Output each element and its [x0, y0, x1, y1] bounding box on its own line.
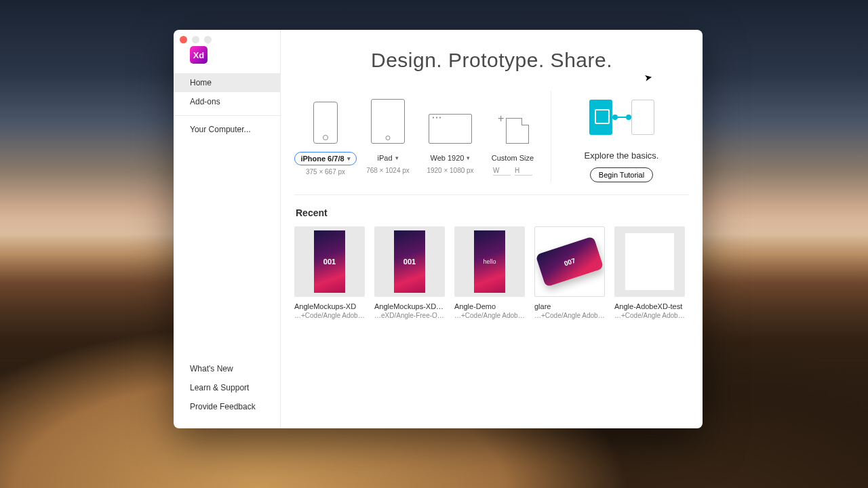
tutorial-title: Explore the basics. — [570, 150, 673, 161]
custom-height-input[interactable]: H — [515, 167, 532, 176]
nav-learn-support[interactable]: Learn & Support — [174, 378, 280, 397]
welcome-window: Xd Home Add-ons Your Computer... What's … — [174, 30, 703, 428]
window-close-button[interactable] — [180, 36, 187, 43]
phone-icon — [313, 102, 338, 144]
recent-name: AngleMockups-XD — [294, 302, 365, 310]
sidebar: Xd Home Add-ons Your Computer... What's … — [174, 30, 281, 428]
chevron-down-icon: ▾ — [347, 155, 351, 162]
window-minimize-button[interactable] — [192, 36, 199, 43]
recent-name: Angle-Demo — [454, 302, 525, 310]
nav-provide-feedback[interactable]: Provide Feedback — [174, 397, 280, 416]
recent-thumbnail: 001 — [374, 226, 445, 297]
preset-web[interactable]: Web 1920 ▾ 1920 × 1080 px — [419, 91, 481, 174]
recent-thumbnail: 001 — [294, 226, 365, 297]
nav-divider — [174, 115, 280, 116]
recent-name: AngleMockups-XD-… — [374, 302, 445, 310]
recent-item[interactable]: 007 glare …+Code/Angle AdobeXD — [534, 226, 605, 319]
begin-tutorial-button[interactable]: Begin Tutorial — [590, 167, 653, 182]
custom-size-icon: + — [496, 111, 529, 144]
recent-thumbnail: hello — [454, 226, 525, 297]
chevron-down-icon: ▾ — [395, 155, 399, 161]
recent-path: …eXD/Angle-Free-Oct15 — [374, 312, 445, 319]
headline: Design. Prototype. Share. — [294, 49, 689, 72]
cursor-icon: ➤ — [644, 71, 654, 83]
window-traffic-lights — [180, 36, 212, 43]
nav-whats-new[interactable]: What's New — [174, 359, 280, 378]
recent-thumbnail — [614, 226, 685, 297]
nav-addons[interactable]: Add-ons — [174, 92, 280, 111]
nav-home[interactable]: Home — [174, 73, 280, 92]
main-panel: Design. Prototype. Share. iPhone 6/7/8 ▾… — [281, 30, 703, 428]
preset-web-dim: 1920 × 1080 px — [427, 167, 473, 174]
recent-item[interactable]: 001 AngleMockups-XD …+Code/Angle AdobeXD — [294, 226, 365, 319]
preset-web-dropdown[interactable]: Web 1920 ▾ — [425, 152, 476, 164]
window-maximize-button[interactable] — [204, 36, 212, 43]
tutorial-card-icon — [589, 100, 612, 135]
preset-custom[interactable]: + Custom Size W H — [481, 91, 544, 176]
recent-item[interactable]: Angle-AdobeXD-test …+Code/Angle AdobeXD — [614, 226, 685, 319]
chevron-down-icon: ▾ — [467, 155, 470, 161]
tutorial-graphic — [570, 94, 673, 141]
tablet-icon — [371, 99, 405, 144]
recent-path: …+Code/Angle AdobeXD — [534, 312, 605, 319]
recent-thumbnail: 007 — [534, 226, 605, 297]
preset-iphone[interactable]: iPhone 6/7/8 ▾ 375 × 667 px — [294, 91, 357, 176]
recent-path: …+Code/Angle AdobeXD — [454, 312, 525, 319]
preset-iphone-dim: 375 × 667 px — [306, 168, 345, 176]
tutorial-section: Explore the basics. Begin Tutorial — [551, 91, 673, 182]
app-logo: Xd — [190, 46, 208, 64]
recent-heading: Recent — [296, 207, 689, 218]
preset-iphone-label: iPhone 6/7/8 — [300, 155, 344, 163]
recent-name: Angle-AdobeXD-test — [614, 302, 685, 310]
preset-custom-label: Custom Size — [486, 152, 539, 164]
nav-your-computer[interactable]: Your Computer... — [174, 120, 280, 139]
recent-name: glare — [534, 302, 605, 310]
preset-ipad-dim: 768 × 1024 px — [366, 167, 410, 174]
plus-icon: + — [498, 113, 504, 125]
custom-width-input[interactable]: W — [493, 167, 511, 176]
recent-item[interactable]: 001 AngleMockups-XD-… …eXD/Angle-Free-Oc… — [374, 226, 445, 319]
recent-path: …+Code/Angle AdobeXD — [294, 312, 365, 319]
preset-ipad[interactable]: iPad ▾ 768 × 1024 px — [357, 91, 419, 174]
artboard-presets-row: iPhone 6/7/8 ▾ 375 × 667 px iPad ▾ 768 ×… — [294, 91, 689, 195]
recent-path: …+Code/Angle AdobeXD — [614, 312, 685, 319]
preset-ipad-label: iPad — [377, 154, 392, 162]
recent-item[interactable]: hello Angle-Demo …+Code/Angle AdobeXD — [454, 226, 525, 319]
preset-ipad-dropdown[interactable]: iPad ▾ — [372, 152, 403, 164]
recent-files-row: 001 AngleMockups-XD …+Code/Angle AdobeXD… — [294, 226, 689, 319]
browser-icon — [429, 114, 472, 144]
preset-web-label: Web 1920 — [431, 154, 465, 162]
preset-iphone-dropdown[interactable]: iPhone 6/7/8 ▾ — [294, 152, 356, 165]
tutorial-card-icon — [631, 100, 654, 135]
